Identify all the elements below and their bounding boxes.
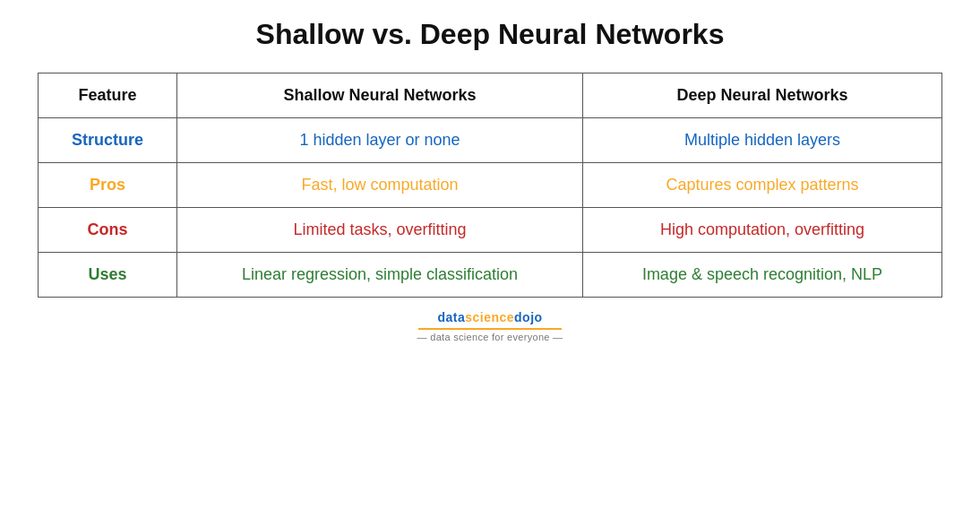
brand-data: data <box>437 310 465 324</box>
table-header-row: Feature Shallow Neural Networks Deep Neu… <box>39 73 942 118</box>
cell-shallow-1: Fast, low computation <box>177 163 583 208</box>
brand-dojo: dojo <box>514 310 543 324</box>
table-row: UsesLinear regression, simple classifica… <box>39 253 942 298</box>
table-row: ProsFast, low computationCaptures comple… <box>39 163 942 208</box>
page-title: Shallow vs. Deep Neural Networks <box>256 18 725 51</box>
cell-deep-1: Captures complex patterns <box>582 163 941 208</box>
cell-shallow-2: Limited tasks, overfitting <box>177 208 583 253</box>
cell-feature-3: Uses <box>39 253 177 298</box>
cell-shallow-0: 1 hidden layer or none <box>177 118 583 163</box>
table-row: Structure1 hidden layer or noneMultiple … <box>39 118 942 163</box>
footer-tagline: — data science for everyone — <box>417 332 563 342</box>
comparison-table: Feature Shallow Neural Networks Deep Neu… <box>38 73 942 298</box>
header-feature: Feature <box>39 73 177 118</box>
cell-deep-3: Image & speech recognition, NLP <box>582 253 941 298</box>
footer-line <box>418 328 562 330</box>
cell-feature-2: Cons <box>39 208 177 253</box>
table-row: ConsLimited tasks, overfittingHigh compu… <box>39 208 942 253</box>
cell-deep-2: High computation, overfitting <box>582 208 941 253</box>
header-shallow: Shallow Neural Networks <box>177 73 583 118</box>
cell-feature-1: Pros <box>39 163 177 208</box>
brand-logo: datasciencedojo <box>437 310 542 324</box>
cell-deep-0: Multiple hidden layers <box>582 118 941 163</box>
cell-feature-0: Structure <box>39 118 177 163</box>
cell-shallow-3: Linear regression, simple classification <box>177 253 583 298</box>
brand-science: science <box>465 310 514 324</box>
footer: datasciencedojo — data science for every… <box>417 310 563 342</box>
header-deep: Deep Neural Networks <box>582 73 941 118</box>
